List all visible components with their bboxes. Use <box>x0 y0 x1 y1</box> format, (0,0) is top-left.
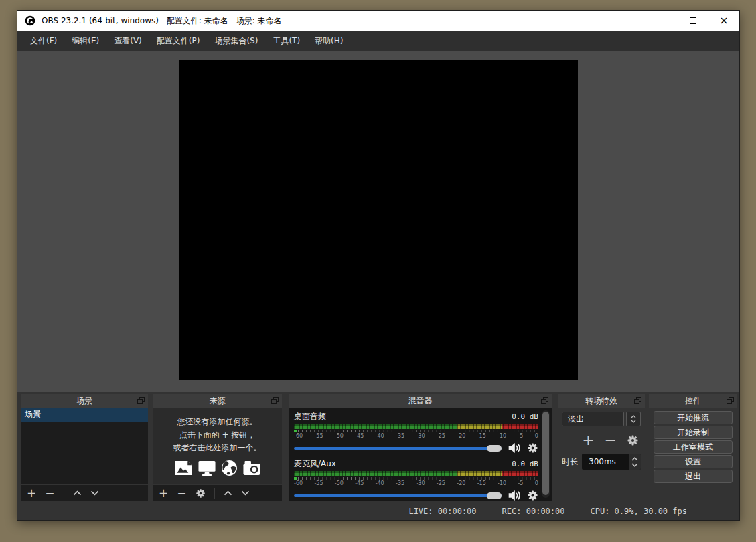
transitions-panel-header[interactable]: 转场特效 <box>558 394 645 408</box>
meter-tick-label: -45 <box>355 433 364 439</box>
menu-edit[interactable]: 编辑(E) <box>64 31 106 51</box>
transitions-panel-title: 转场特效 <box>585 395 617 407</box>
camera-source-icon <box>242 460 261 476</box>
float-panel-icon[interactable] <box>634 397 641 404</box>
mixer-panel-header[interactable]: 混音器 <box>289 394 552 408</box>
menu-file[interactable]: 文件(F) <box>23 31 64 51</box>
controls-body: 开始推流 开始录制 工作室模式 设置 退出 <box>649 408 737 501</box>
sources-toolbar: + − <box>153 484 282 501</box>
menu-view[interactable]: 查看(V) <box>106 31 149 51</box>
controls-panel-header[interactable]: 控件 <box>649 394 737 408</box>
menu-tools[interactable]: 工具(T) <box>265 31 307 51</box>
title-bar[interactable]: OBS 23.2.1 (64-bit, windows) - 配置文件: 未命名… <box>17 11 739 31</box>
start-recording-button[interactable]: 开始录制 <box>654 426 733 439</box>
scene-move-up-button[interactable] <box>73 490 82 496</box>
float-panel-icon[interactable] <box>541 397 548 404</box>
obs-window: OBS 23.2.1 (64-bit, windows) - 配置文件: 未命名… <box>17 10 740 521</box>
sources-empty-area[interactable]: 您还没有添加任何源。 点击下面的 + 按钮， 或者右击此处添加一个。 <box>153 408 282 484</box>
exit-button[interactable]: 退出 <box>654 470 733 483</box>
chevron-down-icon <box>631 463 638 467</box>
meter-tick-label: -25 <box>437 433 445 439</box>
minimize-button[interactable] <box>647 11 678 31</box>
sources-panel-header[interactable]: 来源 <box>153 394 282 408</box>
chevron-up-icon <box>73 490 82 496</box>
add-scene-button[interactable]: + <box>27 488 36 499</box>
menu-help[interactable]: 帮助(H) <box>307 31 350 51</box>
channel-settings-button[interactable] <box>527 442 538 454</box>
scene-list-item[interactable]: 场景 <box>21 408 148 422</box>
maximize-button[interactable] <box>678 11 708 31</box>
mute-button[interactable] <box>508 442 521 454</box>
studio-mode-button[interactable]: 工作室模式 <box>654 440 733 454</box>
add-source-button[interactable]: + <box>159 488 168 499</box>
channel-settings-button[interactable] <box>527 490 538 501</box>
float-panel-icon[interactable] <box>727 397 734 404</box>
rec-time: REC: 00:00:00 <box>502 507 565 516</box>
speaker-icon <box>508 442 521 454</box>
display-source-icon <box>198 460 216 476</box>
source-type-icons <box>174 460 261 476</box>
meter-scale <box>294 477 538 480</box>
mixer-channel-mic-aux: 麦克风/Aux 0.0 dB -60-55-50-45-40-35-30-25-… <box>294 458 538 501</box>
float-panel-icon[interactable] <box>271 397 279 404</box>
meter-tick-label: -60 <box>294 433 303 439</box>
sources-panel: 来源 您还没有添加任何源。 点击下面的 + 按钮， 或者右击此处添加一个。 <box>153 394 282 501</box>
gear-icon <box>527 490 538 501</box>
meter-tick-label: -10 <box>498 433 506 439</box>
source-properties-button[interactable] <box>196 488 206 499</box>
channel-level-db: 0.0 dB <box>512 412 538 421</box>
toolbar-divider <box>214 488 215 499</box>
meter-tick-label: -55 <box>314 433 323 439</box>
mute-button[interactable] <box>508 490 521 501</box>
meter-tick-label: -35 <box>396 433 404 439</box>
slider-handle[interactable] <box>487 445 502 452</box>
toolbar-divider <box>64 488 64 499</box>
meter-tick-label: -30 <box>416 480 425 486</box>
obs-logo-icon <box>25 15 35 26</box>
transition-properties-button[interactable] <box>627 434 639 446</box>
desktop-background: OBS 23.2.1 (64-bit, windows) - 配置文件: 未命名… <box>0 0 756 542</box>
meter-tick-label: -25 <box>437 480 445 486</box>
meter-tick-label: -40 <box>376 433 384 439</box>
meter-tick-label: -5 <box>518 480 523 486</box>
chevron-down-icon <box>90 490 99 496</box>
remove-source-button[interactable]: − <box>177 488 186 499</box>
source-move-down-button[interactable] <box>241 490 250 496</box>
meter-tick-label: -5 <box>518 433 523 439</box>
slider-handle[interactable] <box>487 492 502 499</box>
meter-tick-labels: -60-55-50-45-40-35-30-25-20-15-10-50 <box>294 480 538 486</box>
transition-select[interactable]: 淡出 <box>562 412 624 426</box>
duration-value[interactable]: 300ms <box>582 454 629 470</box>
volume-slider[interactable] <box>294 492 502 499</box>
chevron-down-icon <box>241 490 250 496</box>
menu-scene-collection[interactable]: 场景集合(S) <box>207 31 265 51</box>
meter-tick-label: -15 <box>477 480 486 486</box>
settings-button[interactable]: 设置 <box>654 455 733 468</box>
volume-slider[interactable] <box>294 445 502 452</box>
start-streaming-button[interactable]: 开始推流 <box>654 411 733 424</box>
remove-scene-button[interactable]: − <box>45 488 54 499</box>
float-panel-icon[interactable] <box>137 397 145 404</box>
scene-list: 场景 <box>21 408 148 484</box>
duration-spinbox[interactable]: 300ms <box>582 454 641 470</box>
duration-spin-buttons[interactable] <box>629 454 641 470</box>
scrollbar-thumb[interactable] <box>542 412 549 495</box>
transitions-panel: 转场特效 淡出 + − 时长 <box>558 394 645 501</box>
scene-move-down-button[interactable] <box>90 490 99 496</box>
meter-tick-labels: -60-55-50-45-40-35-30-25-20-15-10-50 <box>294 433 538 439</box>
slider-track <box>294 447 502 450</box>
meter-tick-label: -40 <box>376 480 384 486</box>
scenes-panel-header[interactable]: 场景 <box>21 394 148 408</box>
sources-empty-line2: 点击下面的 + 按钮， <box>179 429 256 442</box>
preview-canvas[interactable] <box>179 60 578 380</box>
source-move-up-button[interactable] <box>224 490 232 496</box>
transition-select-spinner[interactable] <box>626 412 641 426</box>
close-button[interactable]: × <box>708 11 739 31</box>
minimize-icon <box>659 21 666 21</box>
remove-transition-button[interactable]: − <box>605 433 617 448</box>
menu-bar: 文件(F) 编辑(E) 查看(V) 配置文件(P) 场景集合(S) 工具(T) … <box>17 31 739 51</box>
menu-profile[interactable]: 配置文件(P) <box>149 31 208 51</box>
scenes-panel-title: 场景 <box>76 395 92 407</box>
add-transition-button[interactable]: + <box>582 433 594 448</box>
mixer-scrollbar[interactable] <box>542 410 550 498</box>
